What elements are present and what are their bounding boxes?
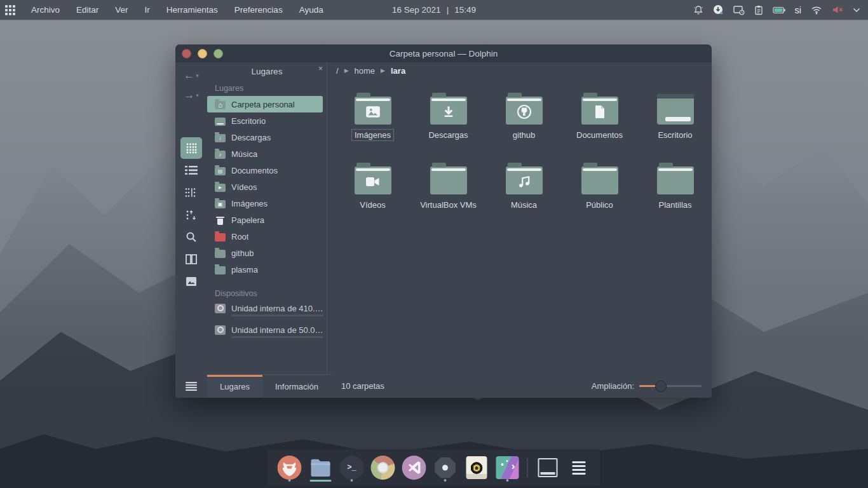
firefox-icon: [278, 456, 302, 480]
close-panel-icon[interactable]: ×: [318, 64, 323, 73]
dock-vscode[interactable]: [402, 454, 427, 482]
menu-ver[interactable]: Ver: [107, 0, 136, 20]
sidebar-item-label: Escritorio: [231, 116, 266, 126]
folder-github[interactable]: github: [486, 86, 562, 141]
folder-imagenes[interactable]: Imágenes: [335, 86, 410, 141]
places-panel-header[interactable]: Lugares ×: [207, 64, 327, 79]
folder-label: Documentos: [573, 129, 626, 141]
preview-toggle-button[interactable]: [180, 271, 202, 292]
home-folder-icon: [215, 101, 226, 109]
dock-chromium[interactable]: [370, 454, 396, 482]
details-view-button[interactable]: [180, 159, 202, 181]
folder-label: Plantillas: [655, 199, 695, 211]
menu-preferencias[interactable]: Preferencias: [226, 0, 291, 20]
volume-muted-icon[interactable]: [832, 5, 843, 15]
sidebar-item-plasma[interactable]: plasma: [207, 261, 327, 278]
folder-publico[interactable]: Público: [562, 156, 637, 211]
clock[interactable]: 16 Sep 2021 | 15:49: [392, 5, 476, 15]
titlebar[interactable]: Carpeta personal — Dolphin: [175, 44, 712, 62]
dock-terminal[interactable]: >_: [339, 454, 365, 482]
zoom-slider-handle[interactable]: [655, 381, 667, 392]
clock-separator: |: [447, 5, 449, 15]
app-launcher-icon[interactable]: [5, 5, 15, 15]
software-updates-icon[interactable]: [713, 4, 724, 15]
folder-descargas[interactable]: Descargas: [410, 86, 486, 141]
sidebar-item-label: plasma: [231, 265, 258, 274]
menu-herramientas[interactable]: Herramientas: [158, 0, 226, 20]
dock-image-tool[interactable]: ›: [495, 454, 520, 482]
clock-time: 15:49: [454, 5, 476, 15]
back-history-caret-icon[interactable]: ▾: [196, 72, 199, 79]
breadcrumb-root[interactable]: /: [336, 66, 339, 76]
image-folder-icon: [355, 97, 391, 125]
dock-firefox[interactable]: [277, 454, 302, 482]
device-label: Unidad interna de 410.…: [231, 304, 323, 313]
sidebar-item-github[interactable]: github: [207, 245, 327, 261]
zoom-slider[interactable]: [639, 385, 702, 387]
menu-archivo[interactable]: Archivo: [23, 0, 68, 20]
sidebar-item-root[interactable]: Root: [207, 228, 327, 245]
device-label: Unidad interna de 50.0…: [231, 325, 323, 335]
folder-label: Público: [583, 199, 616, 211]
folder-label: Música: [508, 199, 540, 211]
folder-label: github: [510, 129, 538, 141]
folder-escritorio[interactable]: Escritorio: [637, 86, 713, 141]
forward-history-caret-icon[interactable]: ▾: [196, 92, 199, 98]
device-usage-bar: [231, 336, 323, 338]
sidebar-device-1[interactable]: Unidad interna de 410.…: [207, 301, 327, 323]
menu-editar[interactable]: Editar: [68, 0, 107, 20]
folder-plantillas[interactable]: Plantillas: [637, 156, 713, 211]
dock-show-desktop[interactable]: [535, 454, 560, 482]
sidebar-item-documentos[interactable]: Documentos: [207, 162, 327, 179]
folder-icon: [215, 266, 226, 274]
sidebar-device-2[interactable]: Unidad interna de 50.0…: [207, 323, 327, 344]
details-view-icon: [185, 165, 198, 175]
breadcrumb-current[interactable]: lara: [391, 66, 405, 76]
tab-lugares[interactable]: Lugares: [207, 375, 262, 398]
panel-menu-button[interactable]: [175, 374, 207, 398]
menu-ayuda[interactable]: Ayuda: [291, 0, 332, 20]
sidebar-item-label: github: [231, 248, 254, 258]
window-main: ← ▾ → ▾: [175, 62, 712, 374]
tab-informacion[interactable]: Información: [262, 375, 331, 398]
tray-expand-icon[interactable]: [853, 8, 860, 13]
clipboard-icon[interactable]: [754, 5, 763, 15]
back-button[interactable]: ← ▾: [184, 70, 199, 81]
keyboard-layout-indicator[interactable]: si: [795, 5, 801, 15]
search-button[interactable]: [180, 226, 202, 248]
dock-file-manager[interactable]: [308, 454, 334, 482]
folder-musica[interactable]: Música: [486, 156, 562, 211]
sidebar-item-papelera[interactable]: Papelera: [207, 212, 327, 228]
sidebar-item-escritorio[interactable]: Escritorio: [207, 112, 327, 129]
folder-virtualbox-vms[interactable]: VirtualBox VMs: [410, 156, 486, 211]
icons-view-button[interactable]: [180, 137, 202, 159]
screen-layout-icon[interactable]: [733, 5, 745, 15]
device-usage-bar: [231, 315, 323, 316]
folder-documentos[interactable]: Documentos: [562, 86, 637, 141]
music-folder-icon: [506, 166, 543, 194]
preview-icon: [186, 276, 197, 287]
folder-videos[interactable]: Vídeos: [335, 156, 410, 211]
tab-label: Información: [275, 382, 318, 391]
notifications-icon[interactable]: [693, 5, 703, 15]
music-glyph-icon: [517, 174, 532, 189]
sort-order-button[interactable]: [180, 204, 202, 226]
menubar-left: Archivo Editar Ver Ir Herramientas Prefe…: [0, 0, 332, 20]
dock-media-player[interactable]: [464, 454, 489, 482]
compact-view-button[interactable]: [180, 182, 202, 203]
sidebar-item-carpeta-personal[interactable]: Carpeta personal: [207, 96, 323, 112]
battery-icon[interactable]: [773, 6, 785, 14]
sidebar-item-musica[interactable]: Música: [207, 146, 327, 162]
desktop-icon: [215, 118, 226, 126]
folder-view: / ▶ home ▶ lara Imágenes Descargas: [327, 62, 712, 374]
forward-button[interactable]: → ▾: [184, 90, 199, 100]
wifi-icon[interactable]: [811, 6, 822, 15]
split-view-button[interactable]: [180, 248, 202, 270]
menu-ir[interactable]: Ir: [137, 0, 158, 20]
sidebar-item-imagenes[interactable]: Imágenes: [207, 195, 327, 212]
sidebar-item-videos[interactable]: Vídeos: [207, 179, 327, 195]
breadcrumb-home[interactable]: home: [355, 66, 376, 76]
dock-settings[interactable]: [433, 454, 458, 482]
dock-app-menu[interactable]: [566, 454, 592, 482]
sidebar-item-descargas[interactable]: Descargas: [207, 129, 327, 146]
